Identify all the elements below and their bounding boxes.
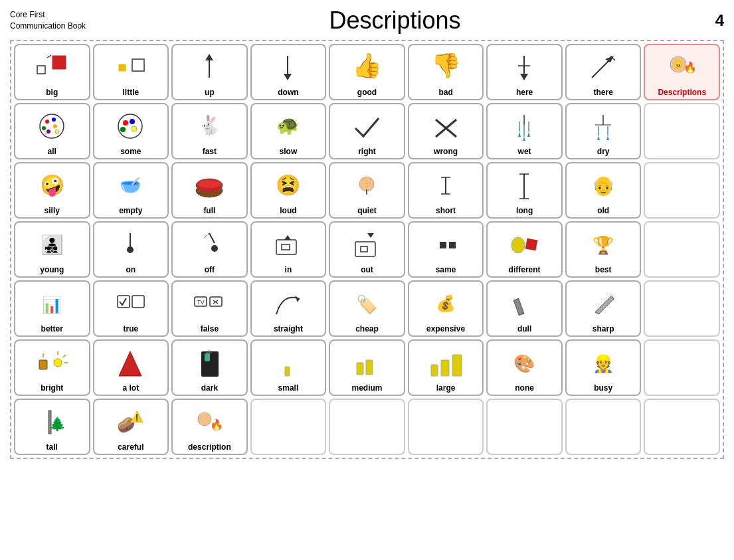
cell-description[interactable]: 🔥 description xyxy=(171,399,248,455)
cell-wrong[interactable]: wrong xyxy=(408,103,484,159)
cell-icon-dry xyxy=(568,107,639,145)
cell-good[interactable]: 👍 good xyxy=(329,44,405,100)
cell-fast[interactable]: 🐇 fast xyxy=(171,103,248,159)
cell-false[interactable]: TV false xyxy=(171,280,248,337)
svg-rect-108 xyxy=(366,360,373,375)
cell-icon-false: TV xyxy=(174,284,245,323)
svg-text:🥣: 🥣 xyxy=(120,174,141,195)
svg-rect-96 xyxy=(39,360,47,369)
cell-dull[interactable]: dull xyxy=(486,280,563,337)
cell-empty8[interactable] xyxy=(329,399,405,455)
cell-different[interactable]: different xyxy=(486,221,563,278)
cell-straight[interactable]: straight xyxy=(250,280,327,337)
svg-point-23 xyxy=(42,126,46,130)
cell-icon-little xyxy=(96,48,167,86)
cell-label-bright: bright xyxy=(41,383,63,393)
cell-right[interactable]: right xyxy=(329,103,405,159)
cell-old[interactable]: 👴 old xyxy=(565,162,642,219)
cell-short[interactable]: short xyxy=(408,162,484,219)
svg-marker-78 xyxy=(440,242,446,248)
cell-long[interactable]: long xyxy=(486,162,563,219)
cell-off[interactable]: off xyxy=(171,221,248,278)
cell-better[interactable]: 📊 better xyxy=(14,280,90,337)
svg-marker-91 xyxy=(295,296,300,302)
cell-in[interactable]: in xyxy=(250,221,327,278)
cell-quiet[interactable]: · quiet xyxy=(329,162,405,219)
svg-text:📊: 📊 xyxy=(42,295,62,314)
svg-text:·: · xyxy=(366,181,367,187)
cell-full[interactable]: full xyxy=(171,162,248,219)
cell-all[interactable]: all xyxy=(14,103,90,159)
cell-bad[interactable]: 👎 bad xyxy=(408,44,484,100)
cell-busy[interactable]: 👷 busy xyxy=(565,339,642,396)
cell-icon-sharp xyxy=(568,284,639,323)
cell-none[interactable]: 🎨 none xyxy=(486,339,563,396)
cell-little[interactable]: little xyxy=(93,44,169,100)
cell-descriptions_active[interactable]: 😠 🔥 Descriptions xyxy=(644,44,720,100)
svg-rect-1 xyxy=(37,66,45,74)
cell-empty2[interactable] xyxy=(644,103,720,159)
cell-label-false: false xyxy=(201,324,219,333)
cell-silly[interactable]: 🤪 silly xyxy=(14,162,90,219)
cell-label-same: same xyxy=(436,265,456,274)
cell-on[interactable]: on xyxy=(93,221,169,278)
cell-wet[interactable]: wet xyxy=(486,103,563,159)
cell-there[interactable]: there xyxy=(565,44,642,100)
cell-label-out: out xyxy=(361,265,373,274)
cell-empty4[interactable] xyxy=(644,221,720,278)
cell-dry[interactable]: dry xyxy=(565,103,642,159)
cell-here[interactable]: here xyxy=(486,44,563,100)
cell-best[interactable]: 🏆 best xyxy=(565,221,642,278)
cell-down[interactable]: down xyxy=(250,44,327,100)
cell-empty12[interactable] xyxy=(644,399,720,455)
cell-dark[interactable]: dark xyxy=(171,339,248,396)
cell-true[interactable]: true xyxy=(93,280,169,337)
cell-label-sharp: sharp xyxy=(593,324,614,333)
cell-label-loud: loud xyxy=(280,206,296,215)
cell-small[interactable]: small xyxy=(250,339,327,396)
cell-label-wrong: wrong xyxy=(434,147,458,156)
cell-sharp[interactable]: sharp xyxy=(565,280,642,337)
svg-point-98 xyxy=(54,359,62,367)
cell-empty5[interactable] xyxy=(644,280,720,337)
cell-tall[interactable]: 🌲 tall xyxy=(14,399,90,455)
cell-label-dark: dark xyxy=(201,383,218,393)
page-number: 4 xyxy=(704,11,724,30)
svg-point-28 xyxy=(118,114,142,138)
cell-young[interactable]: 👨‍👧‍👦 young xyxy=(14,221,90,278)
cell-up[interactable]: up xyxy=(171,44,248,100)
cell-label-better: better xyxy=(41,324,63,333)
cell-icon-all xyxy=(17,107,88,145)
cell-cheap[interactable]: 🏷️ cheap xyxy=(329,280,405,337)
cell-big[interactable]: big xyxy=(14,44,90,100)
cell-large[interactable]: large xyxy=(408,339,484,396)
cell-alot[interactable]: a lot xyxy=(93,339,169,396)
cell-loud[interactable]: 😫 loud xyxy=(250,162,327,219)
svg-text:🔥: 🔥 xyxy=(210,419,223,431)
cell-empty9[interactable] xyxy=(408,399,484,455)
cell-same[interactable]: same xyxy=(408,221,484,278)
cell-empty10[interactable] xyxy=(486,399,563,455)
cell-empty7[interactable] xyxy=(250,399,327,455)
cell-expensive[interactable]: 💰 expensive xyxy=(408,280,484,337)
cell-slow[interactable]: 🐢 slow xyxy=(250,103,327,159)
cell-empty3[interactable] xyxy=(644,162,720,219)
svg-text:👷: 👷 xyxy=(593,353,614,374)
svg-marker-15 xyxy=(605,56,614,62)
cell-bright[interactable]: bright xyxy=(14,339,90,396)
cell-icon-empty_cell: 🥣 xyxy=(96,166,167,205)
svg-rect-73 xyxy=(282,244,290,250)
cell-icon-young: 👨‍👧‍👦 xyxy=(17,225,88,264)
cell-some[interactable]: some xyxy=(93,103,169,159)
cell-empty_cell[interactable]: 🥣 empty xyxy=(93,162,169,219)
cell-empty6[interactable] xyxy=(644,339,720,396)
cell-label-there: there xyxy=(593,88,612,97)
svg-text:🤪: 🤪 xyxy=(39,173,64,197)
cell-out[interactable]: out xyxy=(329,221,405,278)
cell-careful[interactable]: 🥔 ⚠️ careful xyxy=(93,399,169,455)
cell-empty11[interactable] xyxy=(565,399,642,455)
symbol-grid: big little up down 👍 good 👎 bad here the… xyxy=(14,44,720,455)
svg-text:⚠️: ⚠️ xyxy=(130,411,143,423)
cell-medium[interactable]: medium xyxy=(329,339,405,396)
cell-label-full: full xyxy=(203,206,215,215)
